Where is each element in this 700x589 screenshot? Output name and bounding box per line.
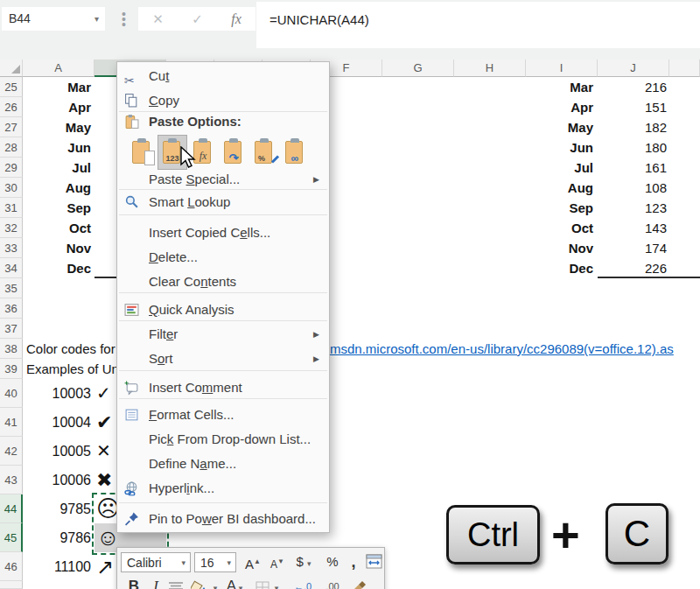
borders-icon[interactable]	[256, 581, 270, 589]
cell-a28[interactable]: Jun	[23, 137, 91, 158]
menu-item-clear-contents[interactable]: Clear Contents	[117, 270, 329, 293]
cell-a45[interactable]: 9786	[23, 523, 91, 552]
cell-i30[interactable]: Aug	[526, 178, 593, 198]
paste-link-button[interactable]: ∞	[281, 136, 309, 169]
column-header-J[interactable]: J	[598, 60, 669, 77]
row-header-41[interactable]: 41	[0, 408, 23, 437]
row-header-39[interactable]: 39	[0, 359, 23, 379]
select-all-corner[interactable]	[0, 60, 23, 77]
cell-j32[interactable]: 143	[598, 218, 667, 238]
cell-a38-label[interactable]: Color codes for	[26, 339, 116, 359]
msdn-hyperlink[interactable]: msdn.microsoft.com/en-us/library/cc29608…	[330, 339, 674, 359]
borders-dropdown-icon[interactable]: ▾	[271, 576, 282, 589]
menu-item-format-cells[interactable]: Format Cells...	[117, 403, 329, 426]
row-header-40[interactable]: 40	[0, 379, 23, 408]
menu-item-insert-comment[interactable]: Insert Comment	[117, 376, 329, 399]
cell-a32[interactable]: Oct	[23, 218, 91, 238]
column-header-G[interactable]: G	[382, 60, 454, 77]
formula-bar[interactable]: =UNICHAR(A44)	[256, 2, 700, 48]
menu-item-define-name[interactable]: Define Name...	[117, 452, 329, 475]
format-table-icon[interactable]	[366, 554, 382, 572]
cell-j30[interactable]: 108	[598, 178, 667, 198]
menu-item-paste-special[interactable]: Paste Special...▶	[117, 168, 329, 191]
row-header-45[interactable]: 45	[0, 523, 23, 552]
row-header-28[interactable]: 28	[0, 137, 23, 158]
cell-i26[interactable]: Apr	[526, 97, 593, 117]
cell-a29[interactable]: Jul	[23, 158, 91, 178]
cell-j29[interactable]: 161	[598, 158, 667, 178]
fill-color-dropdown-icon[interactable]: ▾	[210, 576, 220, 589]
cell-j25[interactable]: 216	[598, 77, 667, 97]
cell-i29[interactable]: Jul	[526, 158, 593, 178]
name-box[interactable]: B44 ▾	[2, 7, 105, 31]
cell-a26[interactable]: Apr	[23, 97, 91, 117]
menu-item-quick-analysis[interactable]: Quick Analysis	[117, 298, 329, 321]
bold-button[interactable]: B	[124, 576, 144, 589]
row-header-26[interactable]: 26	[0, 97, 23, 117]
cell-a34[interactable]: Dec	[23, 258, 91, 278]
menu-item-filter[interactable]: Filter▶	[117, 323, 329, 346]
menu-item-insert-copied-cells[interactable]: Insert Copied Cells...	[117, 221, 329, 244]
cell-a39-label[interactable]: Examples of Un	[26, 359, 119, 379]
row-header-38[interactable]: 38	[0, 339, 23, 359]
row-header-27[interactable]: 27	[0, 117, 23, 137]
row-header-30[interactable]: 30	[0, 178, 23, 198]
cell-a25[interactable]: Mar	[23, 77, 91, 97]
name-box-dropdown-icon[interactable]: ▾	[94, 7, 99, 31]
cell-i28[interactable]: Jun	[526, 137, 593, 158]
row-header-43[interactable]: 43	[0, 466, 23, 494]
cancel-icon[interactable]: ✕	[152, 11, 164, 27]
cell-a41[interactable]: 10004	[23, 408, 91, 437]
cell-i33[interactable]: Nov	[526, 238, 593, 258]
row-header-36[interactable]: 36	[0, 298, 23, 319]
menu-item-hyperlink[interactable]: Hyperlink...	[117, 477, 329, 500]
column-header-H[interactable]: H	[454, 60, 526, 77]
row-header-33[interactable]: 33	[0, 238, 23, 258]
decrease-decimal-button[interactable]: .00	[318, 576, 346, 589]
cell-i34[interactable]: Dec	[526, 258, 593, 278]
menu-item-sort[interactable]: Sort▶	[117, 347, 329, 370]
italic-button[interactable]: I	[147, 576, 164, 589]
center-align-icon[interactable]	[168, 581, 184, 589]
cell-i27[interactable]: May	[526, 117, 593, 137]
shrink-font-button[interactable]: A▼	[266, 551, 289, 572]
row-header-31[interactable]: 31	[0, 198, 23, 218]
cell-j28[interactable]: 180	[598, 137, 667, 158]
cell-i32[interactable]: Oct	[526, 218, 593, 238]
cell-i31[interactable]: Sep	[526, 198, 593, 218]
row-header-47[interactable]	[0, 581, 23, 589]
row-header-46[interactable]: 46	[0, 552, 23, 581]
menu-item-cut[interactable]: ✂Cut	[117, 65, 329, 88]
cell-a42[interactable]: 10005	[23, 437, 91, 466]
cell-a30[interactable]: Aug	[23, 178, 91, 198]
row-header-35[interactable]: 35	[0, 278, 23, 298]
menu-item-pick-from-drop-down-list[interactable]: Pick From Drop-down List...	[117, 428, 329, 451]
row-header-25[interactable]: 25	[0, 77, 23, 97]
accounting-format-button[interactable]: $ ▾	[290, 551, 317, 572]
cell-a43[interactable]: 10006	[23, 466, 91, 494]
percent-style-button[interactable]: %	[322, 551, 343, 572]
increase-decimal-button[interactable]: ←.0	[289, 576, 317, 589]
insert-function-icon[interactable]: fx	[231, 11, 242, 27]
cell-a27[interactable]: May	[23, 117, 91, 137]
cell-a33[interactable]: Nov	[23, 238, 91, 258]
comma-style-button[interactable]: ,	[345, 551, 362, 572]
cell-j34[interactable]: 226	[598, 258, 667, 278]
fill-color-icon[interactable]	[191, 579, 208, 589]
column-header-k[interactable]	[669, 60, 700, 77]
cell-j27[interactable]: 182	[598, 117, 667, 137]
menu-item-copy[interactable]: Copy	[117, 89, 329, 112]
menu-item-smart-lookup[interactable]: Smart Lookup	[117, 191, 329, 214]
cell-j31[interactable]: 123	[598, 198, 667, 218]
cell-i25[interactable]: Mar	[526, 77, 593, 97]
row-header-44[interactable]: 44	[0, 494, 23, 523]
font-name-select[interactable]: Calibri ▾	[121, 552, 191, 572]
cell-j26[interactable]: 151	[598, 97, 667, 117]
row-header-34[interactable]: 34	[0, 258, 23, 278]
column-header-A[interactable]: A	[23, 60, 94, 77]
grow-font-button[interactable]: A▲	[242, 551, 264, 572]
cell-a40[interactable]: 10003	[23, 379, 91, 408]
cell-a31[interactable]: Sep	[23, 198, 91, 218]
menu-item-delete[interactable]: Delete...	[117, 246, 329, 269]
enter-icon[interactable]: ✓	[192, 11, 203, 27]
